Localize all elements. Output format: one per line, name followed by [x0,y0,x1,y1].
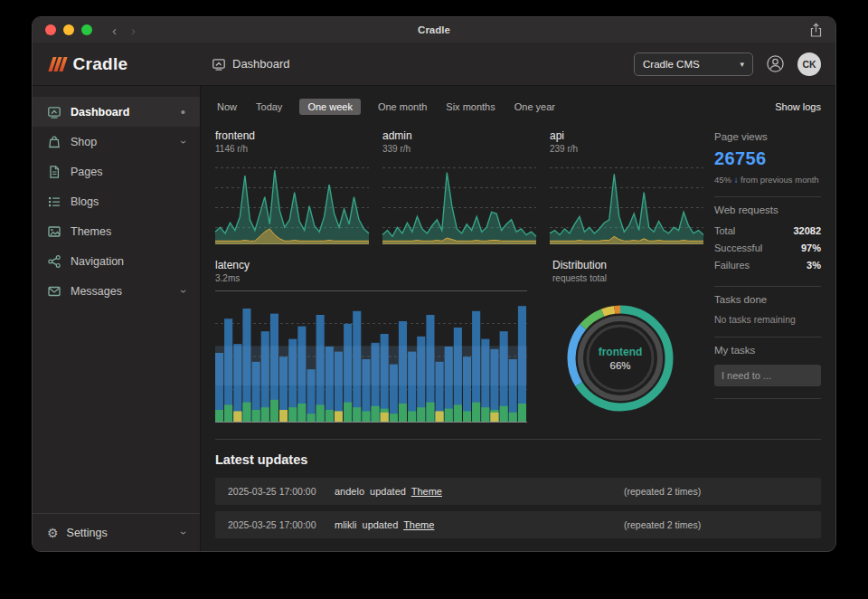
dashboard-icon [212,57,226,71]
chart-frontend: frontend 1146 r/h [215,129,369,244]
zoom-button[interactable] [81,24,92,35]
tab-now[interactable]: Now [215,99,239,115]
sidebar-item-label: Pages [71,166,102,178]
navigation-icon [47,254,61,269]
avatar[interactable]: CK [797,52,821,76]
chevron-down-icon: › [177,140,190,144]
sidebar-item-label: Dashboard [71,106,129,119]
chevron-down-icon: › [177,531,190,535]
blogs-icon [47,195,61,209]
sidebar-item-dashboard[interactable]: Dashboard • [33,97,200,127]
sidebar-item-label: Shop [71,136,97,148]
my-tasks-block: My tasks [714,338,821,399]
stat-row-failures: Failures 3% [714,257,821,274]
forward-icon[interactable]: › [131,24,136,37]
stat-value: 32082 [793,223,821,240]
update-message: mlikli updated Theme [335,519,624,530]
chevron-down-icon: › [177,290,190,293]
page-views-change: 45% ↓ from previous month [714,175,821,185]
back-icon[interactable]: ‹ [112,24,117,37]
update-user: mlikli [335,519,356,530]
latest-updates-title: Latest updates [215,452,821,467]
stat-label: Total [714,223,735,240]
page-title: Dashboard [232,57,290,71]
frontend-spark-chart [215,161,369,244]
sidebar-item-shop[interactable]: Shop › [33,127,200,157]
chart-rate: 339 r/h [382,144,536,154]
tab-one-month[interactable]: One month [376,99,429,115]
chart-distribution: Distribution requests total frontend 66% [552,259,702,426]
sidebar: Dashboard • Shop › Pages Blogs Themes [33,86,201,551]
stat-value: 3% [807,257,821,274]
messages-icon [47,284,61,299]
main-content: Now Today One week One month Six months … [201,86,835,551]
show-logs-button[interactable]: Show logs [775,101,821,112]
chart-subtitle: requests total [552,273,702,283]
change-text: from previous month [741,175,819,185]
sidebar-item-messages[interactable]: Messages › [33,276,200,306]
web-requests-block: Web requests Total 32082 Successful 97% [714,197,821,287]
api-spark-chart [550,161,703,244]
dashboard-icon [47,105,61,119]
share-icon[interactable] [809,23,823,38]
tab-today[interactable]: Today [254,99,284,115]
settings-label: Settings [67,527,108,539]
titlebar: ‹ › Cradle [33,17,835,43]
update-target-link[interactable]: Theme [411,486,442,497]
update-timestamp: 2025-03-25 17:00:00 [228,486,335,497]
workspace-select[interactable]: Cradle CMS ▾ [634,52,753,76]
admin-spark-chart [382,161,536,244]
page-views-label: Page views [714,131,821,142]
update-timestamp: 2025-03-25 17:00:00 [228,519,335,530]
sidebar-item-settings[interactable]: ⚙ Settings › [33,513,200,551]
caret-down-icon: ▾ [740,60,744,69]
new-task-input[interactable] [714,365,821,386]
tab-one-week[interactable]: One week [299,99,361,115]
page-views-value: 26756 [714,148,821,169]
chart-title: Distribution [552,259,702,271]
chart-api: api 239 r/h [550,129,703,244]
sidebar-item-label: Themes [71,225,111,238]
update-user: andelo [335,486,364,497]
chart-title: latency [215,259,527,271]
chart-title: admin [382,129,536,142]
update-note: (repeated 2 times) [624,519,701,530]
latency-bar-chart [215,290,527,423]
update-note: (repeated 2 times) [624,486,701,497]
chart-title: api [550,129,703,142]
chart-admin: admin 339 r/h [382,129,536,244]
sidebar-item-label: Navigation [71,255,124,268]
minimize-button[interactable] [63,24,74,35]
sidebar-item-label: Blogs [71,195,99,208]
tasks-done-note: No tasks remaining [714,314,821,325]
my-tasks-label: My tasks [714,345,821,356]
chart-title: frontend [215,129,369,142]
sidebar-item-navigation[interactable]: Navigation [33,246,200,276]
stat-label: Failures [714,257,750,274]
tasks-done-label: Tasks done [714,294,821,305]
themes-icon [47,224,61,239]
active-dot: • [181,105,185,119]
web-requests-label: Web requests [714,204,821,215]
close-button[interactable] [45,24,56,35]
window-title: Cradle [33,24,835,35]
sidebar-item-pages[interactable]: Pages [33,157,200,186]
chart-rate: 239 r/h [550,144,703,154]
tasks-done-block: Tasks done No tasks remaining [714,287,821,338]
sidebar-item-label: Messages [71,285,122,298]
gear-icon: ⚙ [47,527,59,539]
chart-rate: 3.2ms [215,273,527,283]
stat-row-total: Total 32082 [714,223,821,240]
stat-value: 97% [801,240,821,257]
update-row: 2025-03-25 17:00:00 andelo updated Theme… [215,478,821,505]
latest-updates-section: Latest updates 2025-03-25 17:00:00 andel… [215,439,821,545]
workspace-select-value: Cradle CMS [643,59,700,70]
update-message: andelo updated Theme [335,486,624,497]
account-icon[interactable] [766,54,785,73]
update-target-link[interactable]: Theme [403,519,434,530]
shop-icon [47,135,61,149]
sidebar-item-blogs[interactable]: Blogs [33,186,200,216]
tab-one-year[interactable]: One year [513,99,557,115]
sidebar-item-themes[interactable]: Themes [33,216,200,246]
tab-six-months[interactable]: Six months [444,99,496,115]
